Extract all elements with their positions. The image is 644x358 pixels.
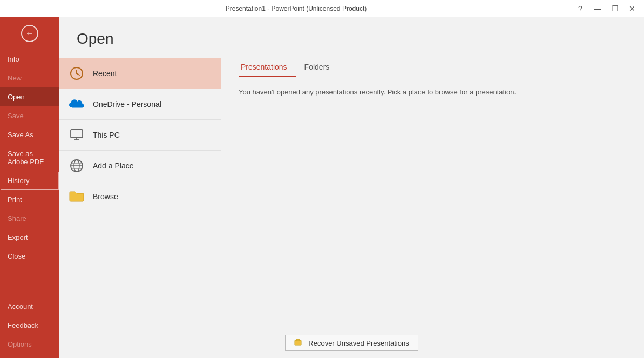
sidebar-item-options: Options (0, 335, 59, 354)
sidebar-item-save-as[interactable]: Save As (0, 125, 59, 144)
tab-content: You haven't opened any presentations rec… (239, 77, 627, 328)
sidebar-item-feedback[interactable]: Feedback (0, 316, 59, 335)
svg-rect-3 (71, 130, 83, 138)
restore-button[interactable]: ❐ (607, 1, 622, 16)
tab-folders[interactable]: Folders (302, 58, 338, 77)
page-title: Open (59, 17, 644, 58)
right-panel: Presentations Folders You haven't opened… (221, 58, 627, 328)
location-item-recent[interactable]: Recent (59, 58, 221, 89)
sidebar-item-info[interactable]: Info (0, 50, 59, 69)
titlebar: Presentation1 - PowerPoint (Unlicensed P… (0, 0, 644, 17)
close-button[interactable]: ✕ (625, 1, 640, 16)
empty-message: You haven't opened any presentations rec… (239, 88, 627, 96)
location-item-onedrive[interactable]: OneDrive - Personal (59, 89, 221, 120)
sidebar-item-export[interactable]: Export (0, 228, 59, 247)
sidebar-item-save: Save (0, 106, 59, 125)
clock-icon (68, 65, 85, 82)
sidebar-item-history[interactable]: History (0, 171, 59, 190)
content-area: Recent OneDrive - Personal (59, 58, 644, 328)
sidebar-item-new: New (0, 69, 59, 87)
sidebar-item-share: Share (0, 209, 59, 228)
recover-button[interactable]: Recover Unsaved Presentations (285, 335, 418, 351)
app-body: ← Info New Open Save Save As Save as Ado… (0, 17, 644, 358)
sidebar: ← Info New Open Save Save As Save as Ado… (0, 17, 59, 358)
location-label-add-place: Add a Place (93, 161, 134, 170)
tab-presentations[interactable]: Presentations (239, 58, 296, 77)
svg-line-2 (77, 73, 79, 75)
svg-rect-12 (296, 339, 300, 341)
help-button[interactable]: ? (573, 1, 588, 16)
location-item-browse[interactable]: Browse (59, 181, 221, 212)
recover-button-label: Recover Unsaved Presentations (308, 339, 409, 347)
location-label-this-pc: This PC (93, 131, 120, 139)
sidebar-item-account[interactable]: Account (0, 297, 59, 316)
cloud-icon (68, 96, 85, 113)
computer-icon (68, 126, 85, 144)
folder-icon (68, 188, 85, 205)
location-list: Recent OneDrive - Personal (59, 58, 221, 328)
location-item-add-place[interactable]: Add a Place (59, 151, 221, 181)
back-icon: ← (25, 29, 34, 38)
titlebar-controls: ? — ❐ ✕ (573, 1, 640, 16)
back-circle: ← (21, 25, 38, 42)
minimize-button[interactable]: — (590, 1, 605, 16)
globe-icon (68, 157, 85, 174)
location-label-recent: Recent (93, 69, 117, 78)
recover-icon (294, 339, 304, 347)
sidebar-item-open[interactable]: Open (0, 87, 59, 106)
sidebar-item-print[interactable]: Print (0, 190, 59, 209)
tabs-row: Presentations Folders (239, 58, 627, 77)
sidebar-bottom: Account Feedback Options (0, 297, 59, 358)
location-label-onedrive: OneDrive - Personal (93, 100, 161, 109)
sidebar-divider (0, 268, 59, 268)
main-content: Open Recent (59, 17, 644, 358)
sidebar-item-save-adobe[interactable]: Save as Adobe PDF (0, 144, 59, 171)
bottom-bar: Recover Unsaved Presentations (59, 328, 644, 358)
location-item-this-pc[interactable]: This PC (59, 120, 221, 151)
sidebar-nav: Info New Open Save Save As Save as Adobe… (0, 50, 59, 358)
back-button[interactable]: ← (0, 17, 59, 50)
location-label-browse: Browse (93, 192, 118, 201)
titlebar-title: Presentation1 - PowerPoint (Unlicensed P… (19, 5, 573, 12)
sidebar-item-close[interactable]: Close (0, 247, 59, 266)
